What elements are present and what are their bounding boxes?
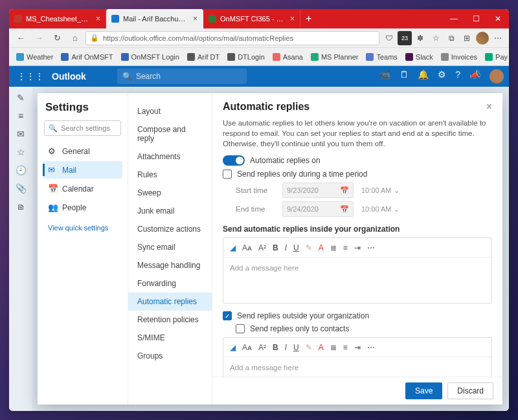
bullet-list-button[interactable]: ≣ (330, 243, 337, 252)
close-tab-icon[interactable]: × (193, 14, 197, 23)
contacts-checkbox[interactable] (236, 324, 245, 333)
auto-reply-toggle[interactable] (223, 155, 245, 166)
calendar-ext-icon[interactable]: 23 (398, 31, 412, 45)
subnav-retention[interactable]: Retention policies (128, 311, 212, 329)
browser-tab[interactable]: MS_Cheatsheet_OutlookMailOn… × (9, 9, 106, 28)
more-menu-icon[interactable]: ⋯ (491, 31, 505, 45)
close-panel-button[interactable]: × (486, 101, 492, 113)
diagnostics-icon[interactable]: 🗒 (400, 69, 409, 83)
compose-icon[interactable]: ✎ (15, 92, 27, 104)
fontcolor-button[interactable]: A (319, 243, 324, 252)
underline-button[interactable]: U (293, 343, 299, 352)
tracking-icon[interactable]: 🛡 (382, 31, 396, 45)
end-date-input[interactable]: 9/24/2020📅 (282, 201, 354, 217)
collections-icon[interactable]: ⊞ (460, 31, 474, 45)
highlighter-icon[interactable]: ◢ (230, 343, 236, 352)
subnav-automatic-replies[interactable]: Automatic replies (128, 293, 212, 311)
bookmark[interactable]: Asana (269, 53, 306, 61)
indent-button[interactable]: ⇥ (354, 343, 361, 352)
discard-button[interactable]: Discard (447, 382, 493, 399)
subnav-smime[interactable]: S/MIME (128, 329, 212, 347)
profile-avatar[interactable] (475, 31, 490, 45)
subnav-rules[interactable]: Rules (128, 166, 212, 184)
fontsize-icon[interactable]: A² (258, 343, 266, 352)
mail-rail-icon[interactable]: ✉ (15, 128, 27, 140)
bookmark[interactable]: Teams (363, 53, 400, 61)
bookmark[interactable]: Weather (13, 53, 56, 61)
number-list-button[interactable]: ≡ (343, 243, 348, 252)
menu-icon[interactable]: ≡ (15, 110, 27, 122)
fontsize-icon[interactable]: A² (258, 243, 266, 252)
font-icon[interactable]: Aᴀ (242, 343, 252, 352)
bookmark[interactable]: Invoices (438, 53, 480, 61)
subnav-junk[interactable]: Junk email (128, 202, 212, 220)
bookmark[interactable]: MS Planner (308, 53, 361, 61)
start-time-input[interactable]: 10:00 AM⌄ (361, 186, 400, 195)
bookmark[interactable]: Arif DT (184, 53, 223, 61)
notifications-icon[interactable]: 🔔 (418, 69, 429, 83)
subnav-attachments[interactable]: Attachments (128, 148, 212, 166)
font-icon[interactable]: Aᴀ (242, 243, 252, 252)
highlighter-icon[interactable]: ◢ (230, 243, 236, 252)
subnav-forwarding[interactable]: Forwarding (128, 274, 212, 293)
nav-people[interactable]: 👥People (43, 199, 122, 216)
bold-button[interactable]: B (273, 243, 278, 252)
bold-button[interactable]: B (273, 343, 278, 352)
browser-tab-active[interactable]: Mail - Arif Bacchus - Outlook × (106, 9, 203, 28)
close-window-button[interactable]: ✕ (487, 9, 509, 28)
more-format-button[interactable]: ⋯ (367, 243, 375, 252)
reader-icon[interactable]: ✽ (413, 31, 427, 45)
back-button[interactable]: ← (13, 30, 28, 46)
bookmark[interactable]: Slack (402, 53, 436, 61)
quick-settings-link[interactable]: View quick settings (43, 217, 122, 238)
app-launcher-icon[interactable]: ⋮⋮⋮ (14, 71, 47, 82)
subnav-customize[interactable]: Customize actions (128, 220, 212, 238)
meet-now-icon[interactable]: 📹 (379, 69, 390, 83)
minimize-button[interactable]: — (443, 9, 465, 28)
save-button[interactable]: Save (405, 382, 442, 399)
nav-calendar[interactable]: 📅Calendar (43, 180, 122, 197)
subnav-sweep[interactable]: Sweep (128, 184, 212, 202)
subnav-sync[interactable]: Sync email (128, 238, 212, 256)
close-tab-icon[interactable]: × (290, 14, 295, 23)
outside-message-input[interactable]: Add a message here (223, 357, 491, 377)
maximize-button[interactable]: ☐ (465, 9, 487, 28)
favorite-icon[interactable]: ☆ (429, 31, 443, 45)
subnav-compose[interactable]: Compose and reply (128, 120, 212, 148)
italic-button[interactable]: I (285, 243, 287, 252)
star-icon[interactable]: ☆ (15, 146, 27, 158)
subnav-groups[interactable]: Groups (128, 347, 212, 365)
address-bar[interactable]: 🔒 https://outlook.office.com/mail/option… (85, 31, 379, 45)
bookmark[interactable]: Pay (482, 53, 509, 61)
settings-icon[interactable]: ⚙ (438, 69, 446, 83)
attach-icon[interactable]: 📎 (15, 182, 27, 194)
period-checkbox[interactable] (223, 170, 232, 179)
suite-search[interactable]: 🔍 Search (117, 69, 247, 84)
note-icon[interactable]: 🗈 (15, 201, 27, 212)
whatsnew-icon[interactable]: 📣 (469, 69, 480, 83)
settings-search[interactable]: 🔍 Search settings (44, 120, 121, 136)
indent-button[interactable]: ⇥ (354, 243, 361, 252)
refresh-button[interactable]: ↻ (49, 30, 65, 46)
forward-button[interactable]: → (31, 30, 47, 46)
underline-button[interactable]: U (293, 243, 299, 252)
subnav-handling[interactable]: Message handling (128, 256, 212, 274)
more-format-button[interactable]: ⋯ (367, 343, 375, 352)
browser-tab[interactable]: OnMSFT CI365 - Planner × (203, 9, 300, 28)
bullet-list-button[interactable]: ≣ (330, 343, 337, 352)
help-icon[interactable]: ? (455, 69, 460, 83)
pencil-icon[interactable]: ✎ (306, 343, 312, 352)
inside-message-input[interactable]: Add a message here (223, 258, 491, 303)
bookmark[interactable]: OnMSFT Login (118, 53, 183, 61)
nav-general[interactable]: ⚙General (43, 142, 122, 160)
subnav-layout[interactable]: Layout (128, 102, 212, 120)
close-tab-icon[interactable]: × (96, 14, 100, 23)
favorites-bar-icon[interactable]: ⧉ (444, 31, 458, 45)
number-list-button[interactable]: ≡ (343, 343, 348, 352)
new-tab-button[interactable]: + (300, 9, 317, 28)
italic-button[interactable]: I (285, 343, 287, 352)
bookmark[interactable]: DTLogin (224, 53, 268, 61)
start-date-input[interactable]: 9/23/2020📅 (282, 182, 354, 198)
outside-checkbox[interactable]: ✓ (223, 311, 232, 320)
fontcolor-button[interactable]: A (319, 343, 324, 352)
